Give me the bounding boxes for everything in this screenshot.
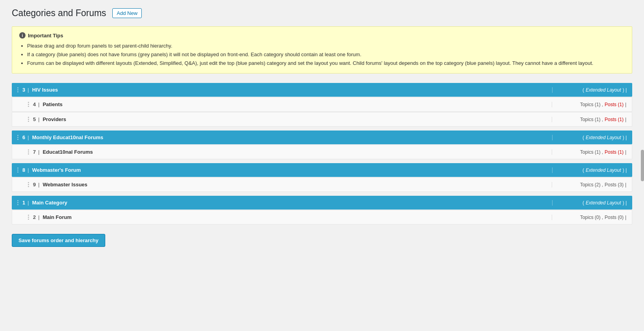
topics-label: Topics (1) ,: [580, 117, 603, 122]
topics-label: Topics (2) ,: [580, 182, 603, 188]
forum-actions-sep: |: [625, 182, 626, 188]
forum-id: 5: [33, 116, 36, 122]
forum-drag-handle: [28, 149, 29, 154]
layout-link[interactable]: Extended Layout: [585, 200, 621, 206]
layout-close-paren: ) |: [623, 167, 627, 173]
category-row-8[interactable]: 8 | Webmaster's Forum ( Extended Layout …: [12, 163, 632, 177]
add-new-button[interactable]: Add New: [112, 8, 142, 18]
forums-container: 3 | HIV Issues ( Extended Layout ) | 4 |…: [12, 83, 632, 224]
forum-sep: |: [38, 101, 39, 107]
category-row-3[interactable]: 3 | HIV Issues ( Extended Layout ) |: [12, 83, 632, 97]
topics-label: Topics (1) ,: [580, 102, 603, 107]
forum-drag-handle: [28, 102, 29, 107]
category-row-1[interactable]: 1 | Main Category ( Extended Layout ) |: [12, 196, 632, 210]
category-group-2: 8 | Webmaster's Forum ( Extended Layout …: [12, 163, 632, 192]
layout-close-paren: ) |: [623, 135, 627, 140]
layout-open-paren: (: [582, 167, 584, 173]
category-sep: |: [27, 134, 29, 140]
drag-handle: [17, 167, 18, 173]
category-name: Main Category: [32, 200, 552, 206]
drag-handle: [17, 200, 18, 205]
category-meta: ( Extended Layout ) |: [552, 135, 627, 140]
category-sep: |: [27, 87, 29, 93]
posts-label: Posts (3): [605, 182, 624, 188]
notice-tip-3: Forums can be displayed with different l…: [27, 59, 625, 68]
forum-id: 7: [33, 149, 36, 155]
category-group-0: 3 | HIV Issues ( Extended Layout ) | 4 |…: [12, 83, 632, 127]
layout-open-paren: (: [582, 200, 584, 206]
forum-id: 4: [33, 101, 36, 107]
category-id: 1: [22, 200, 25, 206]
category-meta: ( Extended Layout ) |: [552, 167, 627, 173]
layout-open-paren: (: [582, 87, 584, 93]
forum-actions-sep: |: [625, 215, 626, 220]
page-title: Categories and Forums: [12, 8, 106, 18]
forum-row-9[interactable]: 9 | Webmaster Issues Topics (2) , Posts …: [12, 177, 632, 192]
category-meta: ( Extended Layout ) |: [552, 87, 627, 93]
category-name: Webmaster's Forum: [32, 167, 552, 173]
forum-name: Patients: [43, 101, 552, 107]
forum-meta: Topics (1) , Posts (1) |: [552, 149, 626, 155]
forum-actions-sep: |: [625, 149, 626, 155]
category-id: 3: [22, 87, 25, 93]
forum-name: Main Forum: [43, 214, 552, 220]
forum-row-2[interactable]: 2 | Main Forum Topics (0) , Posts (0) |: [12, 210, 632, 224]
notice-title: i Important Tips: [19, 32, 625, 39]
topics-label: Topics (0) ,: [580, 215, 603, 220]
notice-box: i Important Tips Please drag and drop fo…: [12, 26, 632, 74]
layout-link[interactable]: Extended Layout: [585, 87, 621, 93]
drag-handle: [17, 135, 18, 140]
notice-title-text: Important Tips: [28, 33, 63, 39]
save-button[interactable]: Save forums order and hierarchy: [12, 234, 105, 247]
layout-close-paren: ) |: [623, 200, 627, 206]
info-icon: i: [19, 32, 26, 39]
category-name: HIV Issues: [32, 87, 552, 93]
category-id: 8: [22, 167, 25, 173]
posts-label: Posts (1): [605, 149, 624, 155]
layout-link[interactable]: Extended Layout: [585, 167, 621, 173]
layout-link[interactable]: Extended Layout: [585, 135, 621, 140]
topics-label: Topics (1) ,: [580, 149, 603, 155]
category-group-1: 6 | Monthly Educat10nal Forums ( Extende…: [12, 131, 632, 159]
forum-sep: |: [38, 182, 39, 188]
category-row-6[interactable]: 6 | Monthly Educat10nal Forums ( Extende…: [12, 131, 632, 144]
forum-name: Webmaster Issues: [43, 182, 552, 188]
forum-row-7[interactable]: 7 | Educat10nal Forums Topics (1) , Post…: [12, 145, 632, 159]
notice-list: Please drag and drop forum panels to set…: [19, 42, 625, 68]
forum-meta: Topics (1) , Posts (1) |: [552, 117, 626, 122]
category-sep: |: [27, 200, 29, 206]
category-group-3: 1 | Main Category ( Extended Layout ) | …: [12, 196, 632, 224]
forum-actions-sep: |: [625, 117, 626, 122]
posts-label: Posts (1): [605, 117, 624, 122]
layout-open-paren: (: [582, 135, 584, 140]
forum-meta: Topics (0) , Posts (0) |: [552, 215, 626, 220]
forum-row-4[interactable]: 4 | Patients Topics (1) , Posts (1) |: [12, 97, 632, 112]
forum-drag-handle: [28, 215, 29, 220]
notice-tip-2: If a category (blue panels) does not hav…: [27, 50, 625, 59]
forum-sep: |: [38, 116, 39, 122]
forum-meta: Topics (2) , Posts (3) |: [552, 182, 626, 188]
forum-drag-handle: [28, 182, 29, 187]
forum-drag-handle: [28, 117, 29, 122]
forum-row-5[interactable]: 5 | Providers Topics (1) , Posts (1) |: [12, 112, 632, 127]
forum-sep: |: [38, 214, 39, 220]
forum-meta: Topics (1) , Posts (1) |: [552, 102, 626, 107]
category-sep: |: [27, 167, 29, 173]
category-id: 6: [22, 134, 25, 140]
notice-tip-1: Please drag and drop forum panels to set…: [27, 42, 625, 50]
category-meta: ( Extended Layout ) |: [552, 200, 627, 206]
forum-actions-sep: |: [625, 102, 626, 107]
layout-close-paren: ) |: [623, 87, 627, 93]
forum-name: Educat10nal Forums: [43, 149, 552, 155]
forum-sep: |: [38, 149, 39, 155]
category-name: Monthly Educat10nal Forums: [32, 134, 552, 140]
posts-label: Posts (0): [605, 215, 624, 220]
posts-label: Posts (1): [605, 102, 624, 107]
forum-id: 9: [33, 182, 36, 188]
drag-handle: [17, 87, 18, 92]
forum-id: 2: [33, 214, 36, 220]
forum-name: Providers: [43, 116, 552, 122]
scrollbar[interactable]: [641, 150, 644, 181]
